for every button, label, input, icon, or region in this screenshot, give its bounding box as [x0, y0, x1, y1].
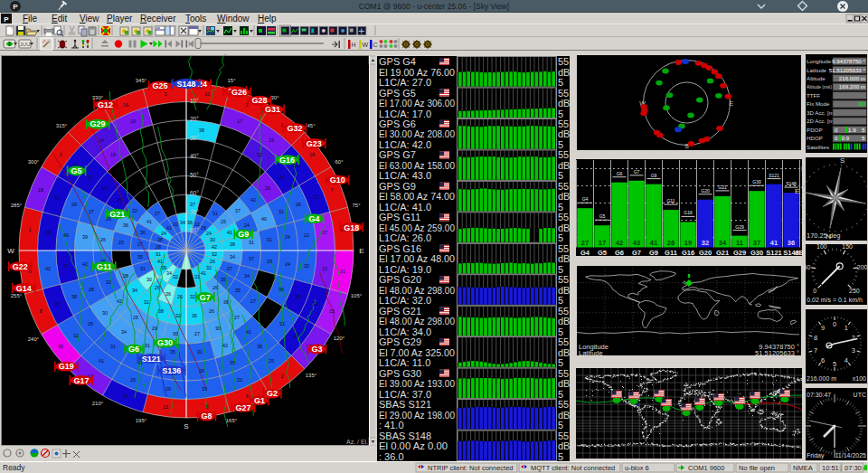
svg-text:PDOP: PDOP	[807, 127, 823, 133]
svg-text:G14: G14	[16, 284, 32, 293]
svg-text:37: 37	[753, 239, 760, 247]
svg-text:32: 32	[173, 222, 178, 227]
svg-text:70°: 70°	[190, 209, 199, 215]
svg-text:E: E	[795, 187, 799, 195]
svg-text:345°: 345°	[136, 78, 147, 83]
svg-text:5: 5	[558, 170, 563, 181]
svg-text:L1C/A: 26.0: L1C/A: 26.0	[379, 232, 431, 243]
svg-text:12: 12	[163, 404, 168, 410]
svg-text:G7: G7	[634, 169, 640, 175]
svg-text:200: 200	[857, 264, 868, 270]
svg-text:3D Acc. [m]: 3D Acc. [m]	[807, 109, 835, 116]
svg-text:Az. / El.: Az. / El.	[346, 439, 368, 445]
svg-text:32: 32	[206, 265, 212, 270]
svg-text:dB: dB	[558, 410, 570, 421]
svg-text:L1C/A: 17.0: L1C/A: 17.0	[379, 109, 431, 119]
svg-text:View: View	[80, 14, 99, 24]
svg-text:36: 36	[123, 222, 128, 228]
svg-text:35: 35	[230, 360, 235, 365]
svg-text:300°: 300°	[28, 159, 40, 165]
svg-text:S148: S148	[786, 181, 797, 186]
svg-text:37: 37	[190, 202, 195, 207]
svg-text:S121: S121	[766, 249, 782, 257]
svg-text:29: 29	[130, 377, 136, 383]
svg-text:HDOP: HDOP	[807, 135, 823, 141]
svg-text:SBAS S121: SBAS S121	[379, 399, 431, 410]
svg-text:G7: G7	[632, 249, 641, 257]
svg-text:Fix Mode: Fix Mode	[807, 100, 830, 107]
svg-text:L1C/A: 27.0: L1C/A: 27.0	[379, 77, 431, 88]
svg-text:34: 34	[719, 239, 727, 247]
svg-text:W: W	[363, 42, 369, 48]
svg-text:28: 28	[156, 244, 161, 250]
svg-text:41: 41	[146, 219, 152, 224]
svg-text:55: 55	[558, 243, 569, 254]
svg-text:240°: 240°	[28, 336, 40, 342]
svg-text:32: 32	[304, 263, 309, 269]
svg-text:25: 25	[118, 240, 124, 245]
svg-text:5: 5	[558, 264, 563, 275]
svg-text:10°: 10°	[190, 98, 199, 104]
svg-text:File: File	[23, 14, 38, 24]
svg-text:37: 37	[235, 208, 241, 213]
svg-text:C: C	[373, 42, 378, 48]
svg-text:G9: G9	[238, 230, 249, 239]
svg-text:SBAS S148: SBAS S148	[379, 430, 431, 441]
svg-text:17: 17	[322, 230, 327, 235]
svg-text:38: 38	[257, 344, 262, 349]
svg-text:27: 27	[234, 315, 240, 320]
svg-text:NTRIP client: Not connected: NTRIP client: Not connected	[428, 464, 514, 472]
svg-text:50°: 50°	[190, 172, 199, 178]
svg-text:COM1 9600: COM1 9600	[688, 464, 724, 472]
svg-text:35: 35	[137, 254, 143, 260]
svg-text:1: 1	[844, 324, 848, 332]
svg-text:Ready: Ready	[3, 463, 25, 472]
svg-text:6: 6	[821, 356, 825, 364]
svg-text:1: 1	[29, 227, 32, 232]
svg-text:G32: G32	[287, 124, 302, 133]
svg-text:285°: 285°	[11, 203, 23, 208]
svg-text:14: 14	[99, 137, 104, 143]
svg-text:38: 38	[157, 237, 163, 242]
svg-text:25: 25	[269, 358, 274, 364]
svg-text:0: 0	[835, 127, 838, 133]
svg-text:10: 10	[204, 91, 210, 97]
svg-text:42: 42	[82, 261, 88, 267]
svg-text:31: 31	[140, 266, 146, 271]
svg-text:L1C/A: 42.0: L1C/A: 42.0	[379, 139, 431, 150]
svg-text:G23: G23	[307, 139, 322, 148]
svg-text:5: 5	[862, 127, 865, 133]
svg-text:G10: G10	[330, 175, 345, 184]
svg-text:31: 31	[145, 343, 150, 348]
svg-text:El 58.00 Az 74.00: El 58.00 Az 74.00	[379, 191, 455, 202]
svg-text:W: W	[7, 247, 14, 255]
svg-text:dB: dB	[558, 160, 570, 171]
svg-text:El 48.00 Az 298.00: El 48.00 Az 298.00	[379, 285, 455, 296]
svg-text:30°: 30°	[190, 135, 199, 141]
svg-text:17: 17	[237, 118, 242, 124]
svg-text:19: 19	[110, 152, 116, 157]
svg-text:G11: G11	[97, 262, 112, 271]
svg-text:23: 23	[313, 194, 318, 200]
svg-text:42: 42	[222, 343, 228, 348]
svg-text:29: 29	[71, 202, 77, 207]
svg-text:22: 22	[304, 232, 309, 238]
svg-text:150: 150	[842, 243, 853, 250]
svg-text:28: 28	[296, 294, 301, 299]
svg-text:G21: G21	[718, 184, 727, 190]
svg-text:31: 31	[279, 321, 285, 326]
svg-text:32: 32	[175, 313, 181, 318]
svg-text:G16: G16	[279, 156, 295, 165]
svg-text:28: 28	[89, 287, 94, 292]
svg-text:L1C/A: 41.0: L1C/A: 41.0	[379, 202, 431, 213]
svg-text:55: 55	[558, 368, 569, 379]
svg-text:G4: G4	[580, 249, 590, 257]
svg-text:Window: Window	[217, 14, 250, 24]
svg-text:S: S	[184, 422, 188, 430]
svg-text:NMEA: NMEA	[793, 464, 813, 472]
svg-text:Altitude: Altitude	[807, 75, 826, 81]
svg-text:32: 32	[132, 208, 137, 213]
svg-text:34: 34	[121, 329, 127, 335]
svg-text:17: 17	[599, 239, 606, 247]
svg-text:5: 5	[558, 232, 563, 243]
